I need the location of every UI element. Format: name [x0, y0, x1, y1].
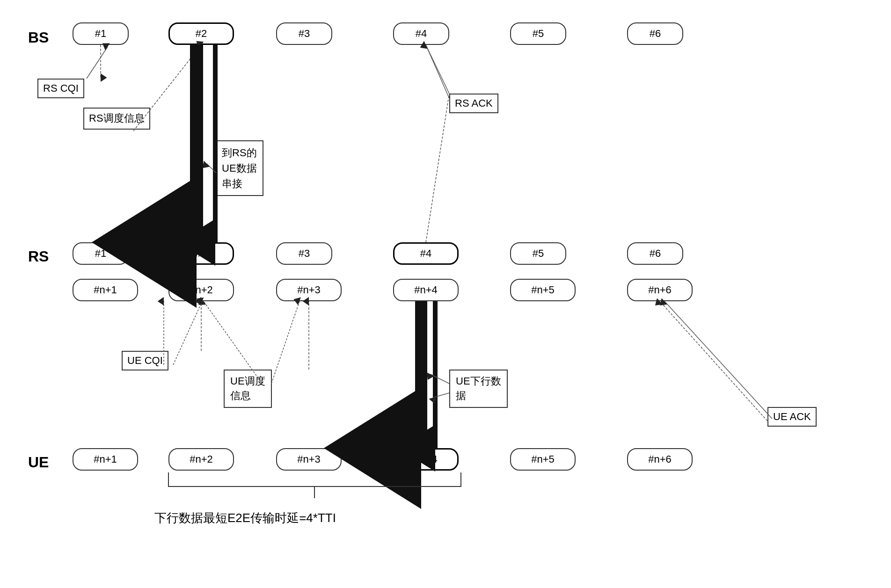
ue-label: UE [28, 454, 49, 471]
ue-schedule-box: UE调度信息 [224, 370, 272, 408]
svg-line-22 [433, 393, 449, 398]
rs-label: RS [28, 248, 49, 265]
svg-line-24 [665, 301, 772, 419]
rs-cqi-box: RS CQI [37, 79, 84, 98]
svg-line-14 [426, 94, 449, 242]
ue-slot-n1: #n+1 [73, 448, 138, 471]
rs-ue-data-box: 到RS的UE数据串接 [215, 140, 263, 196]
rs-slot-6: #6 [627, 242, 683, 265]
rs-slot-3: #3 [276, 242, 332, 265]
svg-line-9 [87, 47, 108, 79]
rs-slot-5: #5 [510, 242, 566, 265]
ue-ack-box: UE ACK [767, 407, 817, 427]
rs-slot-4: #4 [393, 242, 459, 265]
ue-downlink-box: UE下行数据 [449, 370, 508, 408]
bs-slot-1: #1 [73, 22, 129, 45]
svg-line-13 [207, 164, 216, 173]
svg-line-16 [426, 45, 449, 98]
svg-line-26 [271, 301, 299, 384]
bottom-label: 下行数据最短E2E传输时延=4*TTI [154, 510, 336, 526]
bs-slot-6: #6 [627, 22, 683, 45]
svg-line-15 [426, 45, 449, 94]
rs-ack-box: RS ACK [449, 94, 498, 113]
bs-slot-2: #2 [168, 22, 234, 45]
rs-slot-n1: #n+1 [73, 279, 138, 301]
ue-slot-n3: #n+3 [276, 448, 342, 471]
svg-line-29 [173, 301, 202, 365]
ue-cqi-box: UE CQI [122, 351, 168, 370]
rs-slot-n3: #n+3 [276, 279, 342, 301]
diagram-container: BS #1 #2 #3 #4 #5 #6 RS #1 #2 #3 #4 #5 #… [0, 0, 891, 588]
ue-slot-n6: #n+6 [627, 448, 693, 471]
ue-slot-n4: #n+4 [393, 448, 459, 471]
rs-slot-n5: #n+5 [510, 279, 576, 301]
rs-schedule-box: RS调度信息 [83, 108, 150, 130]
rs-slot-2: #2 [168, 242, 234, 265]
rs-slot-n4: #n+4 [393, 279, 459, 301]
bs-slot-4: #4 [393, 22, 449, 45]
ue-slot-n2: #n+2 [168, 448, 234, 471]
bs-slot-5: #5 [510, 22, 566, 45]
rs-slot-n2: #n+2 [168, 279, 234, 301]
svg-line-21 [431, 374, 449, 384]
rs-slot-n6: #n+6 [627, 279, 693, 301]
bs-label: BS [28, 29, 49, 46]
svg-line-23 [660, 301, 767, 421]
ue-slot-n5: #n+5 [510, 448, 576, 471]
bs-slot-3: #3 [276, 22, 332, 45]
rs-slot-1: #1 [73, 242, 129, 265]
